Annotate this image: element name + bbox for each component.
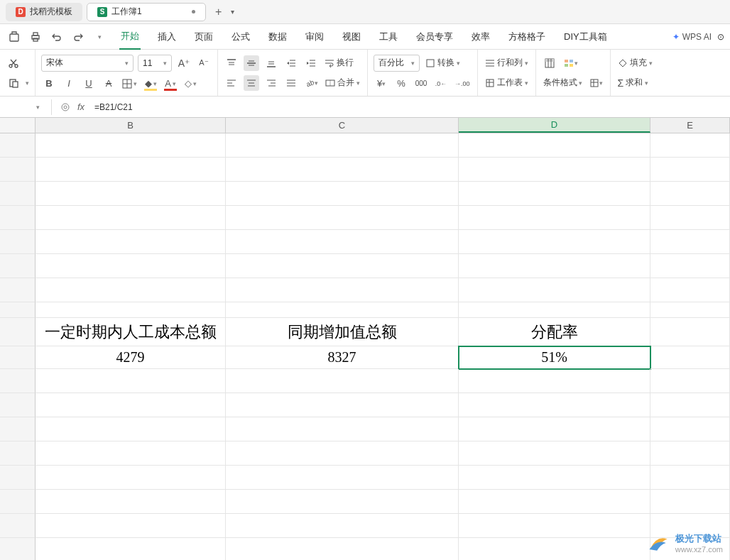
cell[interactable] (226, 206, 459, 230)
increase-decimal-button[interactable]: →.00 (453, 76, 472, 92)
menu-tab-member[interactable]: 会员专享 (415, 25, 454, 49)
cell[interactable] (226, 133, 459, 158)
cell[interactable] (650, 441, 730, 466)
cell[interactable] (226, 302, 459, 318)
cell[interactable] (459, 302, 650, 318)
cell[interactable] (36, 158, 226, 182)
col-header-c[interactable]: C (226, 118, 459, 133)
strikethrough-button[interactable]: A (101, 76, 116, 92)
convert-button[interactable]: 转换▾ (424, 55, 462, 71)
cell[interactable] (226, 230, 459, 254)
name-box[interactable]: ▾ (3, 99, 43, 116)
align-justify-button[interactable] (283, 75, 299, 91)
cell[interactable] (650, 346, 730, 369)
clear-format-button[interactable]: ◇▾ (182, 76, 198, 92)
font-name-select[interactable]: 宋体▾ (41, 55, 134, 72)
cell[interactable] (226, 278, 459, 302)
wps-ai-button[interactable]: ✦ WPS AI (672, 32, 712, 42)
menu-tab-tools[interactable]: 工具 (378, 25, 399, 49)
decrease-decimal-button[interactable]: .0← (433, 76, 449, 92)
cell[interactable] (36, 466, 226, 490)
align-middle-button[interactable] (244, 55, 259, 71)
align-left-button[interactable] (224, 75, 239, 91)
cell[interactable] (226, 441, 459, 466)
conditional-format-button[interactable]: 条件格式▾ (542, 75, 584, 91)
cell[interactable] (650, 302, 730, 318)
tab-menu-button[interactable]: ▾ (227, 8, 239, 16)
number-format-select[interactable]: 百分比▾ (374, 55, 420, 72)
cell[interactable] (459, 441, 650, 466)
cell[interactable] (650, 369, 730, 393)
underline-button[interactable]: U (81, 76, 97, 92)
font-color-button[interactable]: A▾ (163, 76, 178, 92)
cell[interactable] (226, 514, 459, 538)
col-header-b[interactable]: B (36, 118, 226, 133)
cell[interactable] (650, 466, 730, 490)
cell[interactable] (36, 538, 226, 560)
cell[interactable] (226, 182, 459, 206)
align-top-button[interactable] (224, 55, 239, 71)
cell[interactable] (36, 514, 226, 538)
freeze-button[interactable]: ▾ (588, 75, 604, 91)
cell[interactable] (459, 538, 650, 560)
cell-b20[interactable]: 一定时期内人工成本总额 (36, 318, 226, 346)
template-tab[interactable]: D 找稻壳模板 (6, 3, 82, 21)
cell[interactable] (226, 158, 459, 182)
cell-c21[interactable]: 8327 (226, 346, 459, 369)
italic-button[interactable]: I (61, 76, 77, 92)
cell[interactable] (650, 230, 730, 254)
cell[interactable] (36, 133, 226, 158)
cell[interactable] (459, 278, 650, 302)
cell[interactable] (650, 393, 730, 417)
menu-tab-diy[interactable]: DIY工具箱 (562, 25, 609, 49)
menu-tab-review[interactable]: 审阅 (304, 25, 325, 49)
decrease-font-button[interactable]: A⁻ (196, 55, 212, 71)
cell[interactable] (459, 490, 650, 514)
cell[interactable] (650, 158, 730, 182)
insert-function-icon[interactable] (58, 99, 73, 115)
col-header-d[interactable]: D (459, 118, 650, 133)
paste-button[interactable] (6, 75, 21, 91)
menu-tab-start[interactable]: 开始 (119, 24, 141, 50)
cell[interactable] (650, 490, 730, 514)
cell[interactable] (459, 206, 650, 230)
fill-button[interactable]: 填充▾ (616, 55, 654, 71)
col-header-e[interactable]: E (650, 118, 730, 133)
menu-tab-data[interactable]: 数据 (267, 25, 288, 49)
worksheet-button[interactable]: 工作表▾ (484, 75, 530, 91)
quick-menu-dropdown[interactable]: ▾ (91, 28, 108, 45)
menu-tab-grid[interactable]: 方格格子 (507, 25, 547, 49)
cell[interactable] (459, 133, 650, 158)
formula-input[interactable]: =B21/C21 (89, 99, 730, 116)
decrease-indent-button[interactable] (283, 55, 299, 71)
menu-tab-efficiency[interactable]: 效率 (470, 25, 491, 49)
workbook-tab[interactable]: S 工作簿1 (87, 3, 206, 21)
menu-tab-page[interactable]: 页面 (193, 25, 214, 49)
menu-tab-formula[interactable]: 公式 (230, 25, 251, 49)
cell[interactable] (226, 254, 459, 278)
wrap-text-button[interactable]: 换行 (323, 55, 355, 71)
increase-indent-button[interactable] (303, 55, 319, 71)
align-right-button[interactable] (263, 75, 279, 91)
sum-button[interactable]: Σ求和▾ (616, 75, 650, 91)
cell[interactable] (36, 417, 226, 441)
cell[interactable] (650, 278, 730, 302)
cell[interactable] (459, 369, 650, 393)
add-tab-button[interactable]: + (210, 4, 227, 21)
cell-c20[interactable]: 同期增加值总额 (226, 318, 459, 346)
bold-button[interactable]: B (41, 76, 57, 92)
cell[interactable] (36, 254, 226, 278)
cell[interactable] (650, 182, 730, 206)
cell[interactable] (650, 417, 730, 441)
align-center-button[interactable] (244, 75, 259, 91)
font-size-select[interactable]: 11▾ (138, 55, 172, 72)
cell[interactable] (226, 393, 459, 417)
cell[interactable] (36, 393, 226, 417)
cell[interactable] (226, 538, 459, 560)
cell[interactable] (226, 417, 459, 441)
cell[interactable] (226, 466, 459, 490)
menu-tab-view[interactable]: 视图 (341, 25, 362, 49)
border-button[interactable]: ▾ (121, 76, 138, 92)
cell[interactable] (459, 466, 650, 490)
cell[interactable] (36, 490, 226, 514)
